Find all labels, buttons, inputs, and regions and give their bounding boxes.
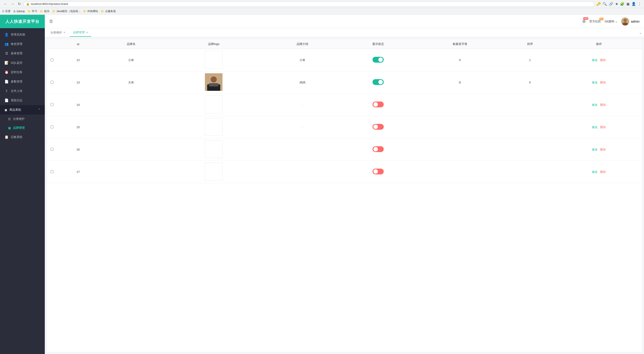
row-14-delete[interactable]: 删除 [600, 103, 606, 106]
row-12-desc: 小米 [264, 49, 340, 71]
row-12-toggle[interactable] [372, 57, 384, 63]
bookmark-cloud[interactable]: 📁 云服务器 [101, 9, 116, 13]
row-14-edit[interactable]: 修改 [592, 103, 598, 106]
tabs-more-button[interactable]: ⌄ [639, 31, 642, 34]
row-15-status[interactable] [340, 116, 416, 138]
avatar [621, 17, 629, 25]
admin-profile[interactable]: admin [621, 17, 640, 25]
row-15-sort [504, 116, 556, 138]
sidebar-label-menu: 菜单管理 [11, 51, 22, 55]
row-17-checkbox-cell [47, 161, 57, 183]
tab-brand[interactable]: 品牌管理 ✕ [70, 28, 92, 37]
sidebar-item-param[interactable]: 📄 参数管理 [0, 77, 45, 86]
table-row: 14 . 修改 [47, 94, 642, 116]
sidebar-item-menu-mgmt[interactable]: ☰ 菜单管理 [0, 49, 45, 58]
sidebar-group-header-product[interactable]: ▣ 商品系统 ⌃ [0, 105, 45, 115]
row-13-checkbox[interactable] [50, 81, 54, 84]
sidebar-item-category[interactable]: ☰ 分类维护 [0, 115, 45, 123]
git-source-button[interactable]: Git源码 ⌄ [604, 19, 618, 23]
browser-icons: 🔑 🔍 🔗 ★ 🧩 ▣ 👤 ⋮ [596, 2, 641, 6]
community-button[interactable]: 官方社区 hot [589, 19, 601, 23]
hot-badge: hot [599, 18, 604, 20]
sidebar-item-admin-list[interactable]: 👤 管理员列表 [0, 30, 45, 39]
bookmark-java[interactable]: 📁 Java相关（包括前... [52, 9, 80, 13]
app-container: 人人快速开发平台 👤 管理员列表 👥 角色管理 ☰ 菜单管理 📝 SQL监控 ⏰… [0, 15, 644, 354]
header-menu-toggle[interactable]: ☰ [49, 19, 53, 24]
th-action: 操作 [556, 39, 642, 49]
sidebar: 人人快速开发平台 👤 管理员列表 👥 角色管理 ☰ 菜单管理 📝 SQL监控 ⏰… [0, 15, 45, 354]
row-15-checkbox[interactable] [50, 126, 54, 128]
row-14-img [205, 95, 223, 113]
row-16-edit[interactable]: 修改 [592, 148, 598, 151]
row-12-actions: 修改 删除 [556, 49, 642, 71]
sidebar-item-accounting[interactable]: 📋 记账系统 [0, 132, 45, 142]
row-13-toggle[interactable] [372, 79, 384, 85]
row-12-edit[interactable]: 修改 [592, 58, 598, 62]
row-12-delete[interactable]: 删除 [600, 58, 606, 62]
row-15-letter [416, 116, 504, 138]
row-13-status[interactable] [340, 71, 416, 94]
tab-category[interactable]: 分类维护 ✕ [47, 29, 69, 37]
sidebar-group-product: ▣ 商品系统 ⌃ ☰ 分类维护 ▣ 品牌管理 [0, 105, 45, 132]
row-13-edit[interactable]: 修改 [592, 81, 598, 84]
row-13-id: 13 [57, 71, 99, 94]
sidebar-item-syslog[interactable]: 📄 系统日志 [0, 96, 45, 105]
table-area: id 品牌名 品牌logo 品牌介绍 显示状态 检索首字母 排序 操作 [47, 39, 642, 352]
sidebar-item-file[interactable]: ⇧ 文件上传 [0, 86, 45, 96]
bookmark-study[interactable]: 📁 学习 [28, 9, 37, 13]
community-label: 官方社区 [589, 19, 601, 23]
th-status: 显示状态 [340, 39, 416, 49]
key-icon: 🔑 [596, 2, 601, 6]
back-button[interactable]: ← [3, 1, 8, 6]
brand-icon: ▣ [8, 126, 11, 130]
row-17-status[interactable] [340, 161, 416, 183]
reload-button[interactable]: ↻ [17, 1, 22, 6]
row-15-edit[interactable]: 修改 [592, 126, 598, 129]
sidebar-item-brand[interactable]: ▣ 品牌管理 [0, 123, 45, 132]
row-17-edit[interactable]: 修改 [592, 170, 598, 174]
row-15-toggle[interactable] [372, 124, 384, 130]
row-15-name [99, 116, 163, 138]
row-14-toggle[interactable] [372, 102, 384, 107]
row-16-delete[interactable]: 删除 [600, 148, 606, 151]
row-13-delete[interactable]: 删除 [600, 81, 606, 84]
url-bar[interactable]: 🔒 localhost:8001/#/product-brand [24, 1, 594, 7]
row-12-img [205, 51, 223, 69]
sidebar-item-schedule[interactable]: ⏰ 定时任务 [0, 68, 45, 77]
sidebar-item-role-mgmt[interactable]: 👥 角色管理 [0, 39, 45, 49]
tab-category-close[interactable]: ✕ [64, 31, 66, 34]
bookmark-freelance[interactable]: 📁 外快网站 [83, 9, 98, 13]
row-16-letter [416, 138, 504, 161]
tab-brand-close[interactable]: ✕ [86, 31, 88, 34]
row-14-status[interactable] [340, 94, 416, 116]
table-row: 13 大米 鸡鸡 [47, 71, 642, 94]
category-icon: ☰ [8, 117, 11, 121]
sidebar-label-brand: 品牌管理 [13, 126, 25, 130]
th-checkbox [47, 39, 57, 49]
row-17-toggle[interactable] [372, 169, 384, 175]
sidebar-label-role: 角色管理 [11, 42, 22, 46]
row-17-delete[interactable]: 删除 [600, 170, 606, 174]
row-17-checkbox[interactable] [50, 170, 54, 173]
table-row: 16 修改 [47, 138, 642, 161]
row-15-delete[interactable]: 删除 [600, 126, 606, 129]
bookmark-github[interactable]: ⊙ GitHub [13, 10, 25, 13]
row-14-actions: 修改 删除 [556, 94, 642, 116]
forward-button[interactable]: → [10, 1, 15, 6]
row-14-name [99, 94, 163, 116]
sidebar-item-sql[interactable]: 📝 SQL监控 [0, 58, 45, 68]
row-16-checkbox[interactable] [50, 148, 54, 151]
row-12-checkbox[interactable] [50, 58, 54, 61]
role-icon: 👥 [4, 42, 8, 46]
row-16-status[interactable] [340, 138, 416, 161]
row-13-name: 大米 [99, 71, 163, 94]
row-16-toggle[interactable] [372, 146, 384, 152]
row-14-checkbox[interactable] [50, 103, 54, 106]
row-12-status[interactable] [340, 49, 416, 71]
product-sys-icon: ▣ [4, 108, 7, 112]
profile-icon: 👤 [632, 2, 636, 6]
bookmark-entertainment[interactable]: 📁 娱乐 [40, 9, 50, 13]
settings-button[interactable]: ⚙ new [582, 19, 586, 24]
bookmark-baidu[interactable]: B 百度 [2, 9, 10, 13]
row-16-checkbox-cell [47, 138, 57, 161]
